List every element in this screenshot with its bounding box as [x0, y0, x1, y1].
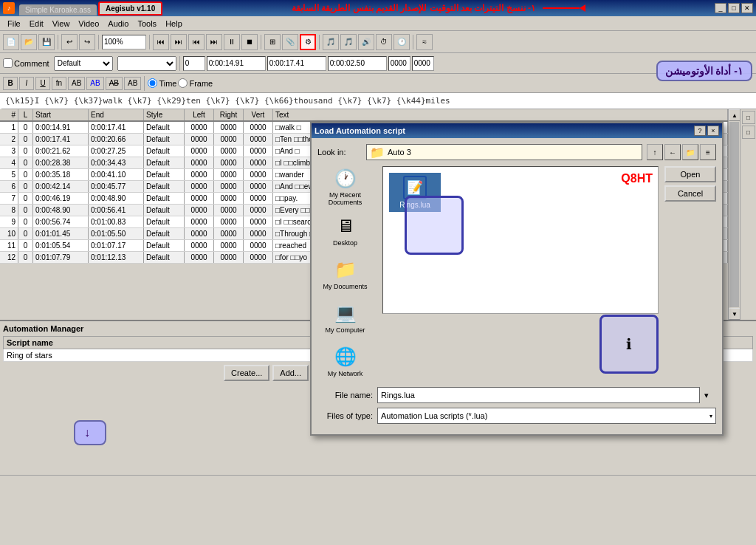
- tab-inactive[interactable]: Simple Karoake.ass: [19, 4, 97, 16]
- comment-checkbox[interactable]: [3, 58, 13, 68]
- menu-file[interactable]: File: [3, 18, 25, 30]
- vertical-scrollbar[interactable]: ▲ ▼: [728, 109, 740, 320]
- cell-vert: 0000: [244, 216, 273, 227]
- zoom-input[interactable]: [102, 35, 146, 49]
- ab1-button[interactable]: AB: [68, 77, 85, 90]
- files-of-type-combo[interactable]: Automation Lua scripts (*.lua) ▾: [377, 408, 716, 424]
- nav-new-folder-button[interactable]: 📁: [682, 144, 698, 160]
- save-button[interactable]: 💾: [38, 34, 55, 50]
- underline-button[interactable]: U: [35, 77, 50, 90]
- tool15[interactable]: ≈: [416, 34, 433, 50]
- nav-up-button[interactable]: ↑: [647, 144, 663, 160]
- tool12[interactable]: 🔊: [358, 34, 374, 50]
- menu-audio[interactable]: Audio: [103, 18, 133, 30]
- menu-view[interactable]: View: [48, 18, 75, 30]
- right-margin-input[interactable]: [412, 56, 434, 71]
- ab4-button[interactable]: AB: [124, 77, 141, 90]
- duration-input[interactable]: [328, 56, 387, 71]
- scroll-thumb[interactable]: [729, 122, 739, 307]
- cancel-button[interactable]: Cancel: [664, 185, 716, 202]
- maximize-button[interactable]: □: [728, 3, 740, 13]
- dialog-close-button[interactable]: ×: [707, 126, 719, 136]
- cell-end: 0:00:34.43: [89, 157, 144, 168]
- dialog-title: Load Automation script: [315, 126, 405, 135]
- create-button[interactable]: Create...: [224, 365, 269, 381]
- menubar: File Edit View Video Audio Tools Help: [0, 16, 756, 31]
- tab-active[interactable]: Aegisub v1.10: [98, 1, 162, 16]
- cell-num: 5: [0, 169, 18, 180]
- tool3[interactable]: ⏮: [188, 34, 205, 50]
- tool14[interactable]: 🕐: [394, 34, 410, 50]
- tool13[interactable]: ⏱: [376, 34, 392, 50]
- cell-start: 0:01:01.45: [33, 228, 89, 239]
- actor-select[interactable]: [117, 56, 176, 71]
- subtitle-text-line[interactable]: {\k15}I {\k7} {\k37}walk {\k7} {\k29}ten…: [0, 93, 756, 109]
- file-area[interactable]: 📝 Rings.lua: [382, 166, 659, 314]
- ab3-button[interactable]: AB: [106, 77, 123, 90]
- start-time-input[interactable]: [207, 56, 266, 71]
- close-button[interactable]: ✕: [741, 3, 753, 13]
- cell-style: Default: [144, 134, 185, 145]
- redo-button[interactable]: ↪: [79, 34, 95, 50]
- dialog-help-button[interactable]: ?: [694, 126, 706, 136]
- cell-l: 0: [18, 205, 33, 216]
- time-radio[interactable]: [148, 78, 157, 88]
- bold-button[interactable]: B: [3, 77, 18, 90]
- scroll-down-button[interactable]: ▼: [729, 308, 740, 320]
- tool5[interactable]: ⏸: [224, 34, 240, 50]
- nav-view-button[interactable]: ≡: [700, 144, 716, 160]
- menu-help[interactable]: Help: [161, 18, 187, 30]
- right-panel-btn2[interactable]: □: [742, 126, 755, 139]
- scroll-up-button[interactable]: ▲: [729, 109, 740, 121]
- menu-edit[interactable]: Edit: [25, 18, 48, 30]
- cell-end: 0:01:07.17: [89, 240, 144, 251]
- cell-l: 0: [18, 157, 33, 168]
- cell-start: 0:00:35.18: [33, 169, 89, 180]
- right-panel-btn1[interactable]: □: [742, 111, 755, 124]
- layer-input[interactable]: [183, 56, 205, 71]
- tool7[interactable]: ⊞: [264, 34, 281, 50]
- cell-style: Default: [144, 157, 185, 168]
- menu-tools[interactable]: Tools: [133, 18, 161, 30]
- frame-radio[interactable]: [178, 78, 188, 88]
- end-time-input[interactable]: [267, 56, 326, 71]
- file-name-input[interactable]: [377, 387, 700, 403]
- nav-desktop[interactable]: 🖥 Desktop: [317, 210, 373, 250]
- open-button[interactable]: Open: [664, 166, 716, 182]
- tool2[interactable]: ⏭: [171, 34, 187, 50]
- left-margin-input[interactable]: [388, 56, 410, 71]
- minimize-button[interactable]: _: [715, 3, 726, 13]
- col-header-style: Style: [144, 109, 185, 120]
- menu-video[interactable]: Video: [74, 18, 103, 30]
- nav-recent-documents[interactable]: 🕐 My Recent Documents: [317, 166, 373, 207]
- file-name-label: File name:: [317, 391, 373, 400]
- tool6[interactable]: ⏹: [241, 34, 258, 50]
- new-button[interactable]: 📄: [3, 34, 19, 50]
- load-automation-dialog[interactable]: Load Automation script ? × Look in: 📁 Au…: [310, 122, 724, 436]
- italic-button[interactable]: I: [19, 77, 34, 90]
- tool10[interactable]: 🎵: [323, 34, 339, 50]
- undo-button[interactable]: ↩: [61, 34, 78, 50]
- nav-my-network[interactable]: 🌐 My Network: [317, 340, 373, 381]
- tool8[interactable]: 📎: [282, 34, 298, 50]
- nav-my-computer[interactable]: 💻 My Computer: [317, 297, 373, 337]
- dialog-main-area: 🕐 My Recent Documents 🖥 Desktop 📁 My Doc…: [317, 166, 716, 381]
- cell-start: 0:00:28.38: [33, 157, 89, 168]
- tool1[interactable]: ⏮: [153, 34, 169, 50]
- look-in-combo[interactable]: 📁 Auto 3: [366, 144, 642, 160]
- nav-back-button[interactable]: ←: [664, 144, 681, 160]
- subtitle-toolbar: Comment Default: [0, 53, 756, 74]
- add-button[interactable]: Add...: [272, 365, 309, 381]
- ab2-button[interactable]: AB: [86, 77, 103, 90]
- automation-tool-button[interactable]: ⚙: [300, 34, 316, 50]
- cell-num: 6: [0, 181, 18, 192]
- tool4[interactable]: ⏭: [206, 34, 222, 50]
- nav-my-documents[interactable]: 📁 My Documents: [317, 253, 373, 294]
- cell-start: 0:00:17.41: [33, 134, 89, 145]
- filename-combo-arrow[interactable]: ▾: [704, 391, 716, 400]
- file-rings-lua[interactable]: 📝 Rings.lua: [389, 173, 441, 212]
- open-button[interactable]: 📂: [21, 34, 37, 50]
- fn-button[interactable]: fn: [52, 77, 66, 90]
- tool11[interactable]: 🎵: [340, 34, 357, 50]
- style-select[interactable]: Default: [54, 56, 113, 71]
